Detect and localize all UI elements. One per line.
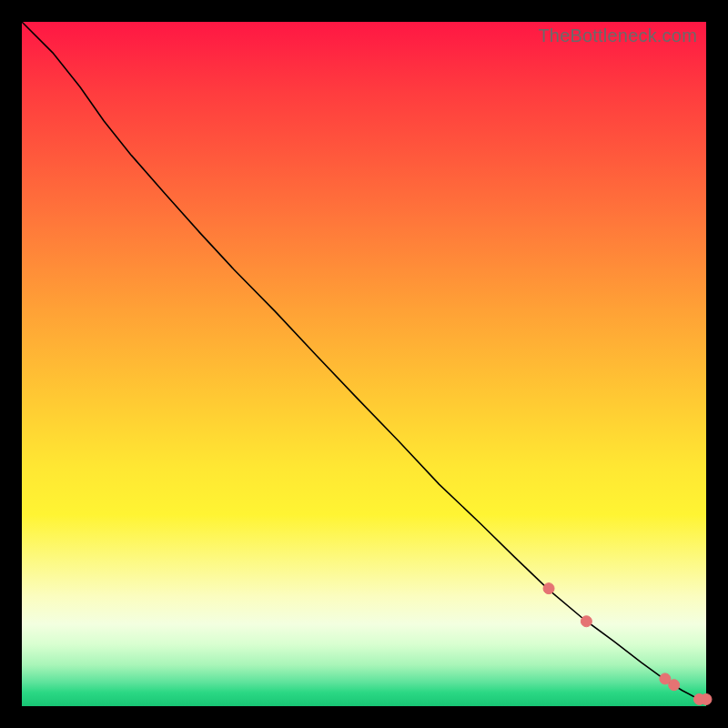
- marker-segment: [622, 646, 659, 674]
- marker-dot: [581, 616, 592, 627]
- marker-dot: [701, 693, 712, 704]
- curve-line: [22, 22, 706, 699]
- stage: TheBottleneck.com: [0, 0, 728, 728]
- chart-svg: [22, 22, 706, 706]
- plot-area: TheBottleneck.com: [22, 22, 706, 706]
- curve-markers: [401, 442, 712, 704]
- marker-dot: [543, 583, 554, 594]
- marker-segment: [401, 442, 442, 485]
- marker-dot: [669, 680, 680, 691]
